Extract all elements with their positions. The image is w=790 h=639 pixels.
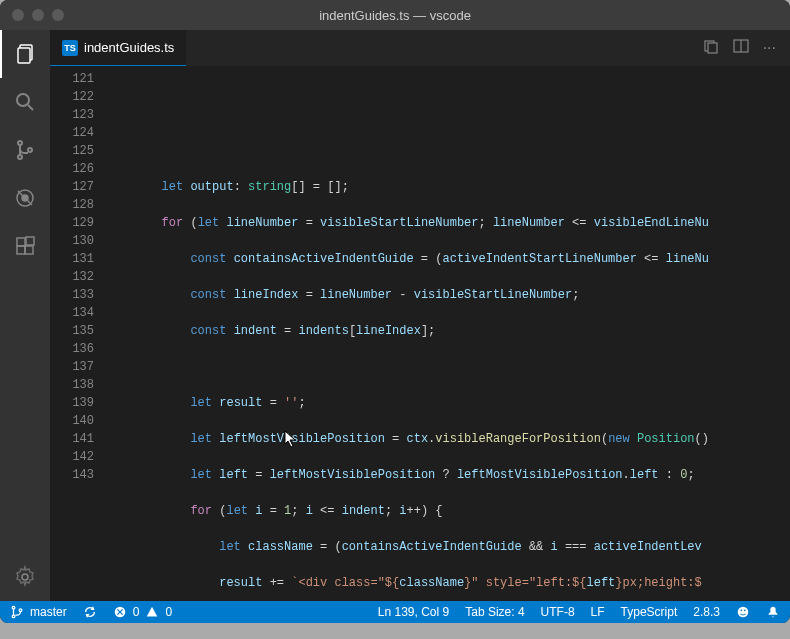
window-controls[interactable] — [12, 9, 64, 21]
line-number: 133 — [50, 286, 94, 304]
svg-point-6 — [28, 148, 32, 152]
line-number: 141 — [50, 430, 94, 448]
svg-point-28 — [744, 609, 746, 611]
svg-point-10 — [22, 195, 28, 201]
line-number: 121 — [50, 70, 94, 88]
typescript-file-icon: TS — [62, 40, 78, 56]
compare-changes-icon[interactable] — [703, 38, 719, 58]
svg-point-5 — [18, 155, 22, 159]
svg-rect-12 — [17, 246, 25, 254]
window-title: indentGuides.ts — vscode — [319, 8, 471, 23]
code-editor[interactable]: 1211221231241251261271281291301311321331… — [50, 66, 790, 601]
svg-point-26 — [738, 607, 749, 618]
line-number: 129 — [50, 214, 94, 232]
search-icon[interactable] — [0, 78, 50, 126]
line-number: 123 — [50, 106, 94, 124]
svg-rect-11 — [17, 238, 25, 246]
mouse-cursor-icon — [284, 430, 298, 448]
status-cursor-position[interactable]: Ln 139, Col 9 — [378, 605, 449, 619]
tab-bar: TS indentGuides.ts ··· — [50, 30, 790, 66]
maximize-window-button[interactable] — [52, 9, 64, 21]
line-number: 142 — [50, 448, 94, 466]
svg-point-27 — [740, 609, 742, 611]
line-number: 125 — [50, 142, 94, 160]
source-control-icon[interactable] — [0, 126, 50, 174]
close-window-button[interactable] — [12, 9, 24, 21]
more-actions-icon[interactable]: ··· — [763, 40, 776, 56]
status-language[interactable]: TypeScript — [621, 605, 678, 619]
titlebar: indentGuides.ts — vscode — [0, 0, 790, 30]
line-number: 128 — [50, 196, 94, 214]
svg-point-22 — [19, 609, 22, 612]
line-number: 135 — [50, 322, 94, 340]
split-editor-icon[interactable] — [733, 38, 749, 58]
status-bell-icon[interactable] — [766, 605, 780, 619]
line-number: 143 — [50, 466, 94, 484]
settings-gear-icon[interactable] — [0, 553, 50, 601]
svg-point-4 — [18, 141, 22, 145]
line-number: 124 — [50, 124, 94, 142]
svg-rect-1 — [18, 48, 30, 63]
line-number: 137 — [50, 358, 94, 376]
line-number: 136 — [50, 340, 94, 358]
tab-indentguides[interactable]: TS indentGuides.ts — [50, 30, 186, 66]
line-number: 122 — [50, 88, 94, 106]
svg-point-21 — [12, 615, 15, 618]
debug-icon[interactable] — [0, 174, 50, 222]
line-number: 127 — [50, 178, 94, 196]
svg-point-2 — [17, 94, 29, 106]
extensions-icon[interactable] — [0, 222, 50, 270]
svg-point-15 — [22, 574, 28, 580]
activity-bar — [0, 30, 50, 601]
status-tab-size[interactable]: Tab Size: 4 — [465, 605, 524, 619]
status-problems[interactable]: 0 0 — [113, 605, 172, 619]
line-number: 132 — [50, 268, 94, 286]
line-number: 138 — [50, 376, 94, 394]
line-number: 134 — [50, 304, 94, 322]
svg-rect-13 — [25, 246, 33, 254]
line-number: 130 — [50, 232, 94, 250]
explorer-icon[interactable] — [0, 30, 50, 78]
line-number: 140 — [50, 412, 94, 430]
line-numbers-gutter: 1211221231241251261271281291301311321331… — [50, 66, 104, 601]
status-branch[interactable]: master — [10, 605, 67, 619]
status-version[interactable]: 2.8.3 — [693, 605, 720, 619]
svg-line-3 — [28, 105, 33, 110]
status-eol[interactable]: LF — [591, 605, 605, 619]
svg-point-20 — [12, 606, 15, 609]
svg-rect-17 — [708, 43, 717, 53]
svg-rect-14 — [26, 237, 34, 245]
status-encoding[interactable]: UTF-8 — [541, 605, 575, 619]
minimize-window-button[interactable] — [32, 9, 44, 21]
line-number: 131 — [50, 250, 94, 268]
status-sync[interactable] — [83, 605, 97, 619]
tab-label: indentGuides.ts — [84, 40, 174, 55]
status-bar: master 0 0 Ln 139, Col 9 Tab Size: 4 UTF… — [0, 601, 790, 623]
status-feedback-icon[interactable] — [736, 605, 750, 619]
line-number: 139 — [50, 394, 94, 412]
code-content[interactable]: let output: string[] = []; for (let line… — [104, 66, 790, 601]
line-number: 126 — [50, 160, 94, 178]
